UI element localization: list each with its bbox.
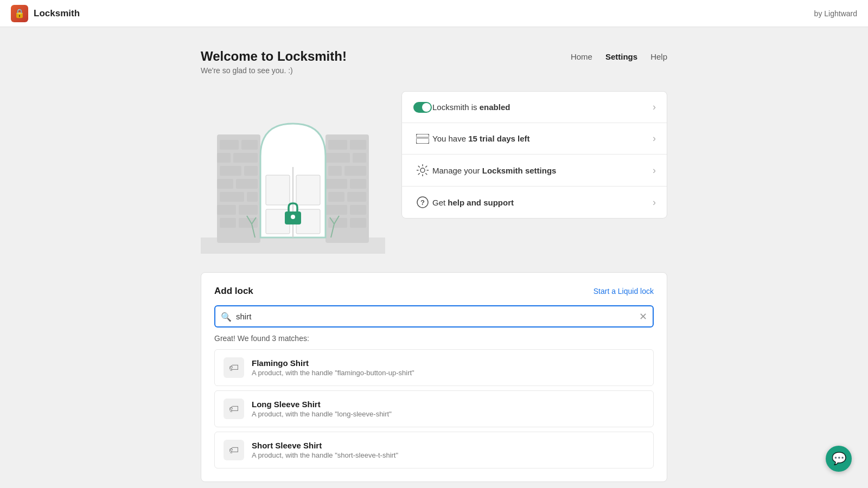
svg-rect-26	[347, 192, 366, 202]
credit-card-icon	[413, 134, 432, 144]
svg-point-45	[422, 103, 431, 112]
gear-icon	[413, 164, 432, 176]
svg-rect-12	[217, 205, 236, 215]
toggle-icon	[413, 102, 432, 113]
svg-rect-22	[344, 166, 366, 176]
svg-rect-21	[328, 166, 342, 176]
hero-area: Locksmith is enabled › You have 15 trial…	[201, 91, 667, 256]
trial-card-text: You have 15 trial days left	[432, 134, 653, 143]
page-header: Welcome to Locksmith! We're so glad to s…	[201, 49, 667, 75]
search-result-item[interactable]: 🏷 Flamingo Shirt A product, with the han…	[214, 349, 654, 386]
product-tag-icon: 🏷	[224, 357, 244, 378]
chevron-right-icon-2: ›	[653, 133, 656, 144]
nav-help[interactable]: Help	[650, 52, 667, 61]
search-results-label: Great! We found 3 matches:	[214, 334, 654, 343]
svg-rect-32	[296, 175, 320, 205]
svg-point-48	[420, 168, 425, 172]
svg-point-37	[291, 215, 295, 219]
enabled-card-text: Locksmith is enabled	[432, 102, 653, 112]
svg-rect-47	[416, 137, 429, 139]
result-name: Flamingo Shirt	[252, 358, 414, 368]
result-desc-3: A product, with the handle "short-sleeve…	[252, 451, 398, 459]
page-header-left: Welcome to Locksmith! We're so glad to s…	[201, 49, 347, 75]
svg-rect-14	[220, 218, 236, 228]
svg-rect-25	[328, 192, 344, 202]
add-lock-header: Add lock Start a Liquid lock	[214, 286, 654, 297]
product-tag-icon-3: 🏷	[224, 440, 244, 460]
svg-rect-2	[220, 140, 239, 150]
result-name-3: Short Sleeve Shirt	[252, 441, 398, 450]
result-name-2: Long Sleeve Shirt	[252, 400, 392, 409]
nav-settings[interactable]: Settings	[605, 52, 637, 61]
chevron-right-icon-3: ›	[653, 165, 656, 176]
svg-rect-20	[353, 153, 366, 163]
nav-home[interactable]: Home	[571, 52, 592, 61]
product-tag-icon-2: 🏷	[224, 399, 244, 419]
chat-button[interactable]: 💬	[826, 446, 852, 472]
svg-rect-17	[328, 140, 347, 150]
chevron-right-icon: ›	[653, 101, 656, 113]
result-desc: A product, with the handle "flamingo-but…	[252, 369, 414, 377]
door-illustration	[201, 91, 385, 256]
question-icon: ?	[413, 196, 432, 208]
liquid-lock-link[interactable]: Start a Liquid lock	[593, 287, 654, 296]
svg-text:?: ?	[420, 198, 425, 207]
svg-rect-8	[217, 179, 233, 189]
svg-rect-11	[247, 192, 258, 202]
result-desc-2: A product, with the handle "long-sleeve-…	[252, 410, 392, 418]
search-result-item[interactable]: 🏷 Short Sleeve Shirt A product, with the…	[214, 432, 654, 468]
info-card-trial[interactable]: You have 15 trial days left ›	[402, 123, 667, 155]
svg-rect-7	[244, 166, 258, 176]
svg-rect-3	[241, 140, 258, 150]
svg-rect-28	[350, 205, 366, 215]
chat-icon: 💬	[832, 452, 846, 466]
page-subtitle: We're so glad to see you. :)	[201, 66, 347, 75]
help-card-text: Get help and support	[432, 198, 653, 207]
info-card-settings[interactable]: Manage your Locksmith settings ›	[402, 155, 667, 187]
search-clear-button[interactable]: ✕	[638, 310, 648, 324]
result-info-3: Short Sleeve Shirt A product, with the h…	[252, 441, 398, 459]
chevron-right-icon-4: ›	[653, 197, 656, 208]
topbar-by: by Lightward	[814, 9, 857, 18]
info-panel: Locksmith is enabled › You have 15 trial…	[401, 91, 667, 219]
svg-rect-4	[217, 153, 231, 163]
svg-rect-27	[326, 205, 347, 215]
svg-rect-30	[350, 218, 366, 228]
add-lock-section: Add lock Start a Liquid lock 🔍 ✕ Great! …	[201, 272, 667, 482]
result-info: Flamingo Shirt A product, with the handl…	[252, 358, 414, 377]
svg-rect-23	[326, 179, 347, 189]
info-card-enabled[interactable]: Locksmith is enabled ›	[402, 92, 667, 123]
svg-rect-31	[266, 175, 290, 205]
svg-rect-24	[350, 179, 366, 189]
page-title: Welcome to Locksmith!	[201, 49, 347, 64]
svg-rect-6	[220, 166, 241, 176]
svg-rect-10	[220, 192, 244, 202]
search-icon: 🔍	[221, 311, 232, 322]
svg-rect-9	[236, 179, 258, 189]
svg-rect-5	[233, 153, 258, 163]
app-title: Locksmith	[34, 8, 80, 19]
add-lock-search-input[interactable]	[214, 305, 654, 328]
add-lock-title: Add lock	[214, 286, 253, 297]
topbar-left: 🔒 Locksmith	[11, 5, 80, 22]
main-content: Welcome to Locksmith! We're so glad to s…	[190, 27, 678, 488]
add-lock-search-wrapper: 🔍 ✕	[214, 305, 654, 328]
svg-rect-13	[239, 205, 258, 215]
search-result-item[interactable]: 🏷 Long Sleeve Shirt A product, with the …	[214, 390, 654, 427]
app-icon: 🔒	[11, 5, 28, 22]
settings-card-text: Manage your Locksmith settings	[432, 166, 653, 175]
info-card-help[interactable]: ? Get help and support ›	[402, 187, 667, 218]
top-nav: Home Settings Help	[571, 52, 667, 61]
svg-rect-18	[350, 140, 366, 150]
svg-rect-19	[326, 153, 350, 163]
result-info-2: Long Sleeve Shirt A product, with the ha…	[252, 400, 392, 418]
topbar: 🔒 Locksmith by Lightward	[0, 0, 868, 27]
